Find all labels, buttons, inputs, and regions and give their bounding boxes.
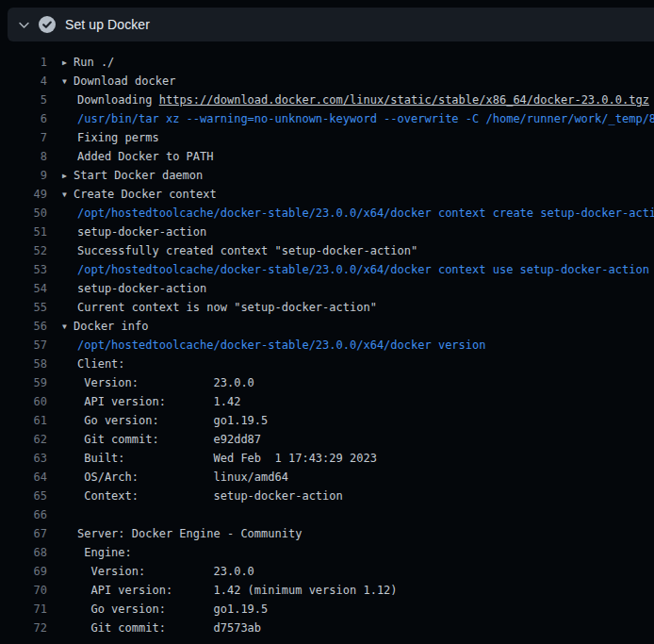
log-line-text: Version: 23.0.0 — [47, 562, 254, 581]
log-url-link[interactable]: https://download.docker.com/linux/static… — [159, 93, 649, 107]
line-number-link[interactable]: 4 — [0, 72, 47, 91]
log-text: setup-docker-action — [77, 225, 206, 239]
log-line-text: OS/Arch: linux/amd64 — [47, 468, 288, 487]
chevron-down-icon[interactable]: ▼ — [62, 73, 74, 91]
log-group-header[interactable]: ▼Docker info — [47, 317, 148, 336]
log-text: Successfully created context "setup-dock… — [77, 244, 417, 257]
log-text: Go version: go1.19.5 — [77, 414, 268, 427]
log-text: API version: 1.42 (minimum version 1.12) — [77, 584, 398, 597]
line-number-link[interactable]: 69 — [0, 562, 47, 581]
line-number-link[interactable]: 68 — [0, 543, 47, 562]
line-number-link[interactable]: 51 — [0, 223, 47, 241]
log-text: Current context is now "setup-docker-act… — [77, 301, 377, 314]
line-number-link[interactable]: 62 — [0, 430, 47, 449]
chevron-right-icon[interactable]: ▶ — [62, 54, 74, 73]
group-title: Download docker — [74, 74, 175, 88]
group-title: Docker info — [74, 320, 148, 333]
log-line: 4▼Download docker — [0, 72, 654, 91]
group-title: Run ./ — [74, 56, 114, 69]
line-number-link[interactable]: 71 — [0, 600, 47, 619]
log-text: Context: setup-docker-action — [77, 489, 343, 503]
line-number-link[interactable]: 57 — [0, 336, 47, 355]
log-text: Downloading — [77, 93, 159, 107]
log-line: 72 Git commit: d7573ab — [0, 619, 654, 637]
line-number-link[interactable]: 58 — [0, 355, 47, 373]
log-line-text: setup-docker-action — [47, 279, 206, 298]
log-text: Git commit: e92dd87 — [77, 433, 261, 446]
line-number-link[interactable]: 52 — [0, 241, 47, 260]
log-line-text: Context: setup-docker-action — [47, 487, 343, 505]
log-line-text: API version: 1.42 (minimum version 1.12) — [47, 581, 398, 600]
log-group-header[interactable]: ▼Create Docker context — [47, 185, 217, 204]
log-line: 50/opt/hostedtoolcache/docker-stable/23.… — [0, 204, 654, 223]
chevron-down-icon[interactable]: ▼ — [62, 318, 74, 337]
log-line-text: Go version: go1.19.5 — [47, 411, 268, 430]
line-number-link[interactable]: 54 — [0, 279, 47, 298]
line-number-link[interactable]: 56 — [0, 317, 47, 336]
line-number-link[interactable]: 70 — [0, 581, 47, 600]
log-area: 1▶Run ./4▼Download docker5Downloading ht… — [0, 41, 654, 637]
log-group-header[interactable]: ▶Run ./ — [47, 53, 114, 72]
line-number-link[interactable]: 8 — [0, 147, 47, 166]
line-number-link[interactable]: 65 — [0, 487, 47, 505]
log-text: Added Docker to PATH — [77, 150, 214, 163]
log-line-text: Downloading https://download.docker.com/… — [47, 91, 649, 109]
log-line-text: Current context is now "setup-docker-act… — [47, 298, 377, 317]
log-line: 69 Version: 23.0.0 — [0, 562, 654, 581]
log-line-text: /usr/bin/tar xz --warning=no-unknown-key… — [47, 109, 654, 128]
log-line: 8Added Docker to PATH — [0, 147, 654, 166]
chevron-down-icon[interactable]: ▼ — [62, 186, 74, 205]
log-line: 6/usr/bin/tar xz --warning=no-unknown-ke… — [0, 109, 654, 128]
log-group-header[interactable]: ▼Download docker — [47, 72, 175, 91]
log-line: 63 Built: Wed Feb 1 17:43:29 2023 — [0, 449, 654, 468]
log-line: 54setup-docker-action — [0, 279, 654, 298]
line-number-link[interactable]: 53 — [0, 260, 47, 279]
log-line-text: Engine: — [47, 543, 132, 562]
chevron-down-icon[interactable] — [18, 19, 30, 31]
log-line-text: Added Docker to PATH — [47, 147, 214, 166]
log-line-text: setup-docker-action — [47, 223, 206, 241]
log-line: 70 API version: 1.42 (minimum version 1.… — [0, 581, 654, 600]
log-group-header[interactable]: ▶Start Docker daemon — [47, 166, 203, 185]
line-number-link[interactable]: 6 — [0, 109, 47, 128]
step-header[interactable]: Set up Docker — [8, 8, 654, 41]
log-line-text: Server: Docker Engine - Community — [47, 524, 302, 543]
log-text: Fixing perms — [77, 131, 159, 144]
log-text: Built: Wed Feb 1 17:43:29 2023 — [77, 452, 377, 465]
log-line: 60 API version: 1.42 — [0, 392, 654, 411]
step-title: Set up Docker — [65, 17, 150, 32]
command-text: /opt/hostedtoolcache/docker-stable/23.0.… — [77, 339, 485, 352]
line-number-link[interactable]: 1 — [0, 53, 47, 72]
group-title: Start Docker daemon — [74, 169, 203, 182]
log-line: 49▼Create Docker context — [0, 185, 654, 204]
log-line-text: Version: 23.0.0 — [47, 373, 254, 392]
line-number-link[interactable]: 72 — [0, 619, 47, 637]
log-text: API version: 1.42 — [77, 395, 240, 408]
command-text: /opt/hostedtoolcache/docker-stable/23.0.… — [77, 206, 654, 220]
line-number-link[interactable]: 50 — [0, 204, 47, 223]
line-number-link[interactable]: 60 — [0, 392, 47, 411]
log-line: 68 Engine: — [0, 543, 654, 562]
line-number-link[interactable]: 9 — [0, 166, 47, 185]
line-number-link[interactable]: 64 — [0, 468, 47, 487]
log-text: Version: 23.0.0 — [77, 565, 254, 578]
line-number-link[interactable]: 61 — [0, 411, 47, 430]
log-line: 9▶Start Docker daemon — [0, 166, 654, 185]
log-line-text: API version: 1.42 — [47, 392, 240, 411]
line-number-link[interactable]: 66 — [0, 505, 47, 524]
command-text: /opt/hostedtoolcache/docker-stable/23.0.… — [77, 263, 649, 276]
log-text: setup-docker-action — [77, 282, 206, 295]
line-number-link[interactable]: 59 — [0, 373, 47, 392]
line-number-link[interactable]: 63 — [0, 449, 47, 468]
chevron-right-icon[interactable]: ▶ — [62, 167, 74, 186]
log-line-text: Fixing perms — [47, 128, 159, 147]
log-text: Go version: go1.19.5 — [77, 603, 268, 616]
line-number-link[interactable]: 7 — [0, 128, 47, 147]
line-number-link[interactable]: 55 — [0, 298, 47, 317]
log-line: 62 Git commit: e92dd87 — [0, 430, 654, 449]
log-text: Git commit: d7573ab — [77, 621, 261, 635]
line-number-link[interactable]: 49 — [0, 185, 47, 204]
log-line-text: Go version: go1.19.5 — [47, 600, 268, 619]
line-number-link[interactable]: 67 — [0, 524, 47, 543]
line-number-link[interactable]: 5 — [0, 91, 47, 109]
